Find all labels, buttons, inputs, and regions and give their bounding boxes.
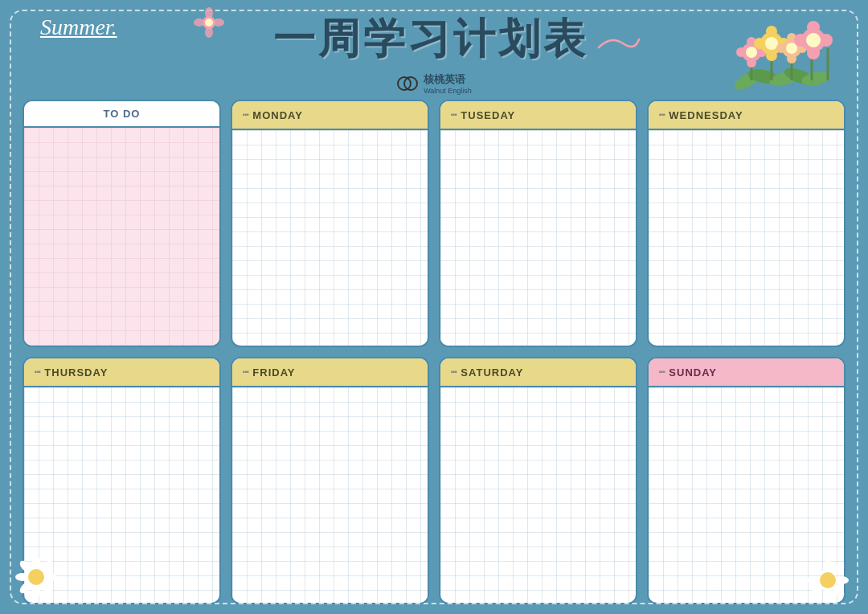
dots-thursday: ··· (34, 365, 39, 379)
svg-point-2 (205, 27, 213, 38)
svg-point-21 (736, 47, 746, 57)
svg-point-25 (766, 26, 777, 37)
svg-point-33 (776, 43, 786, 53)
svg-point-41 (806, 33, 821, 47)
card-body-tuesday[interactable] (440, 130, 636, 346)
todo-label: TO DO (104, 108, 141, 120)
deco-flower-small (193, 6, 225, 39)
weekly-grid: TO DO ··· MONDAY ··· TUSEDAY ··· WEDNESD… (0, 100, 868, 614)
card-friday: ··· FRIDAY (231, 357, 429, 604)
monday-label: MONDAY (252, 109, 303, 121)
svg-point-43 (32, 556, 40, 571)
card-monday: ··· MONDAY (231, 100, 429, 347)
svg-point-29 (765, 37, 778, 50)
svg-point-40 (820, 34, 833, 47)
card-body-saturday[interactable] (440, 387, 636, 603)
svg-point-23 (746, 47, 757, 58)
thursday-label: THURSDAY (44, 366, 108, 379)
card-tuesday: ··· TUSEDAY (439, 100, 637, 347)
svg-point-26 (766, 50, 777, 61)
svg-point-32 (787, 54, 796, 63)
card-header-saturday: ··· SATURDAY (440, 358, 636, 387)
card-header-sunday: ··· SUNDAY (649, 358, 844, 387)
card-header-tuesday: ··· TUSEDAY (440, 101, 636, 130)
dots-saturday: ··· (450, 365, 456, 379)
svg-point-44 (32, 583, 40, 598)
card-header-friday: ··· FRIDAY (232, 358, 428, 387)
card-header-monday: ··· MONDAY (232, 101, 428, 130)
svg-point-45 (15, 573, 30, 581)
sunday-label: SUNDAY (669, 366, 717, 379)
svg-point-51 (28, 569, 44, 585)
dots-wednesday: ··· (658, 108, 664, 122)
svg-point-46 (43, 573, 57, 581)
page-title: 一周学习计划表 (273, 11, 588, 68)
card-header-todo: TO DO (24, 101, 219, 128)
svg-point-54 (824, 587, 832, 601)
dots-friday: ··· (242, 365, 248, 379)
svg-point-56 (834, 576, 849, 584)
tuesday-label: TUSEDAY (461, 109, 515, 121)
logo-name: 核桃英语 (424, 72, 472, 87)
title-curl (595, 31, 643, 55)
card-header-wednesday: ··· WEDNESDAY (649, 101, 844, 130)
svg-point-61 (820, 572, 836, 588)
svg-point-38 (807, 47, 820, 59)
svg-point-3 (194, 18, 205, 27)
svg-point-20 (747, 58, 756, 68)
svg-point-53 (824, 559, 832, 574)
card-body-monday[interactable] (232, 130, 428, 346)
svg-point-39 (794, 34, 807, 47)
card-body-friday[interactable] (232, 387, 428, 603)
card-wednesday: ··· WEDNESDAY (647, 100, 845, 347)
deco-daisy-left (14, 555, 59, 600)
flowers-top-right (659, 8, 844, 104)
svg-point-55 (807, 576, 821, 584)
dots-sunday: ··· (658, 365, 664, 379)
saturday-label: SATURDAY (461, 366, 523, 379)
svg-point-4 (213, 18, 224, 27)
dots-monday: ··· (242, 108, 248, 122)
logo-sub: Walnut English (424, 87, 472, 95)
dots-tuesday: ··· (450, 108, 456, 122)
summer-label: Summer. (40, 14, 117, 40)
card-body-todo[interactable] (24, 128, 219, 346)
card-saturday: ··· SATURDAY (439, 357, 637, 604)
card-body-wednesday[interactable] (649, 130, 844, 346)
svg-point-1 (205, 7, 213, 18)
svg-point-5 (205, 18, 213, 27)
card-todo: TO DO (23, 100, 221, 347)
card-header-thursday: ··· THURSDAY (24, 358, 219, 387)
friday-label: FRIDAY (252, 366, 295, 379)
wednesday-label: WEDNESDAY (669, 109, 743, 121)
deco-daisy-right (806, 559, 850, 603)
svg-point-27 (754, 38, 765, 49)
logo-icon (396, 76, 419, 92)
svg-point-37 (807, 21, 820, 34)
